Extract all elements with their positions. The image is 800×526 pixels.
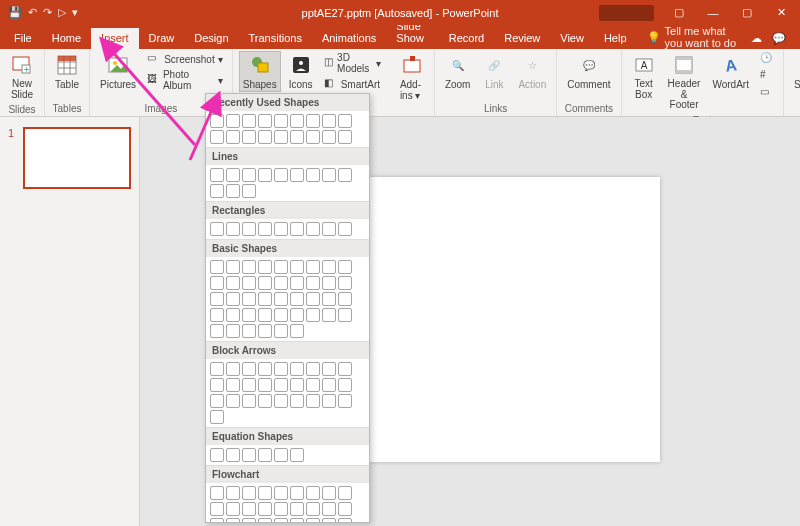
shape-option[interactable] (306, 362, 320, 376)
shape-option[interactable] (258, 276, 272, 290)
shape-option[interactable] (274, 222, 288, 236)
tab-home[interactable]: Home (42, 28, 91, 49)
shape-option[interactable] (242, 324, 256, 338)
table-button[interactable]: Table (51, 51, 83, 92)
shape-option[interactable] (338, 222, 352, 236)
shape-option[interactable] (226, 362, 240, 376)
tab-animations[interactable]: Animations (312, 28, 386, 49)
shape-option[interactable] (274, 114, 288, 128)
shape-option[interactable] (258, 362, 272, 376)
tab-help[interactable]: Help (594, 28, 637, 49)
shapes-dropdown[interactable]: Recently Used ShapesLinesRectanglesBasic… (205, 93, 370, 523)
shape-option[interactable] (242, 276, 256, 290)
zoom-button[interactable]: 🔍Zoom (441, 51, 475, 92)
screenshot-button[interactable]: ▭Screenshot ▾ (144, 51, 226, 67)
shape-option[interactable] (226, 168, 240, 182)
shape-option[interactable] (242, 130, 256, 144)
shape-option[interactable] (274, 362, 288, 376)
shape-option[interactable] (226, 292, 240, 306)
shape-option[interactable] (290, 260, 304, 274)
shape-option[interactable] (290, 324, 304, 338)
shape-option[interactable] (290, 114, 304, 128)
tab-view[interactable]: View (550, 28, 594, 49)
shape-option[interactable] (258, 308, 272, 322)
shape-option[interactable] (338, 518, 352, 523)
action-button[interactable]: ☆Action (514, 51, 550, 92)
shape-option[interactable] (338, 394, 352, 408)
shape-option[interactable] (306, 518, 320, 523)
shape-option[interactable] (210, 276, 224, 290)
shape-option[interactable] (226, 308, 240, 322)
shape-option[interactable] (274, 378, 288, 392)
shape-option[interactable] (210, 518, 224, 523)
shape-option[interactable] (242, 486, 256, 500)
shape-option[interactable] (226, 260, 240, 274)
shape-option[interactable] (210, 114, 224, 128)
shape-option[interactable] (306, 308, 320, 322)
shape-option[interactable] (210, 486, 224, 500)
shape-option[interactable] (226, 324, 240, 338)
date-time-button[interactable]: 🕒 (757, 51, 777, 67)
shape-option[interactable] (290, 308, 304, 322)
shape-option[interactable] (210, 502, 224, 516)
shape-option[interactable] (226, 114, 240, 128)
photo-album-button[interactable]: 🖼Photo Album ▾ (144, 68, 226, 92)
shape-option[interactable] (274, 486, 288, 500)
shape-option[interactable] (226, 486, 240, 500)
shape-option[interactable] (258, 222, 272, 236)
tab-transitions[interactable]: Transitions (239, 28, 312, 49)
shape-option[interactable] (290, 502, 304, 516)
shape-option[interactable] (210, 168, 224, 182)
shape-option[interactable] (338, 292, 352, 306)
start-from-beginning-icon[interactable]: ▷ (58, 6, 66, 19)
shape-option[interactable] (322, 168, 336, 182)
shape-option[interactable] (290, 222, 304, 236)
shape-option[interactable] (242, 378, 256, 392)
shape-option[interactable] (242, 394, 256, 408)
shape-option[interactable] (338, 486, 352, 500)
shape-option[interactable] (274, 130, 288, 144)
shape-option[interactable] (290, 378, 304, 392)
shape-option[interactable] (338, 276, 352, 290)
shape-option[interactable] (306, 222, 320, 236)
shape-option[interactable] (306, 292, 320, 306)
ribbon-options-icon[interactable]: ▢ (664, 0, 694, 25)
shape-option[interactable] (338, 502, 352, 516)
object-button[interactable]: ▭ (757, 85, 777, 101)
shape-option[interactable] (242, 114, 256, 128)
shape-option[interactable] (338, 260, 352, 274)
shape-option[interactable] (322, 260, 336, 274)
slide-number-button[interactable]: # (757, 68, 777, 84)
shape-option[interactable] (338, 362, 352, 376)
shape-option[interactable] (306, 378, 320, 392)
shape-option[interactable] (274, 276, 288, 290)
shape-option[interactable] (306, 114, 320, 128)
shape-option[interactable] (258, 448, 272, 462)
shape-option[interactable] (210, 222, 224, 236)
shape-option[interactable] (290, 168, 304, 182)
shape-option[interactable] (322, 130, 336, 144)
shape-option[interactable] (242, 448, 256, 462)
shape-option[interactable] (322, 114, 336, 128)
link-button[interactable]: 🔗Link (478, 51, 510, 92)
tab-draw[interactable]: Draw (139, 28, 185, 49)
save-icon[interactable]: 💾 (8, 6, 22, 19)
shape-option[interactable] (210, 324, 224, 338)
shape-option[interactable] (242, 260, 256, 274)
symbols-button[interactable]: ΩSymbols (790, 51, 800, 92)
shape-option[interactable] (226, 222, 240, 236)
shape-option[interactable] (210, 308, 224, 322)
shape-option[interactable] (274, 168, 288, 182)
shape-option[interactable] (258, 324, 272, 338)
shape-option[interactable] (258, 518, 272, 523)
shape-option[interactable] (274, 308, 288, 322)
shapes-button[interactable]: Shapes (239, 51, 281, 92)
smartart-button[interactable]: ◧SmartArt (321, 76, 384, 92)
shape-option[interactable] (258, 168, 272, 182)
3d-models-button[interactable]: ◫3D Models ▾ (321, 51, 384, 75)
new-slide-button[interactable]: ＋ New Slide (6, 51, 38, 102)
shape-option[interactable] (290, 394, 304, 408)
shape-option[interactable] (274, 448, 288, 462)
shape-option[interactable] (226, 502, 240, 516)
minimize-button[interactable]: — (698, 0, 728, 25)
